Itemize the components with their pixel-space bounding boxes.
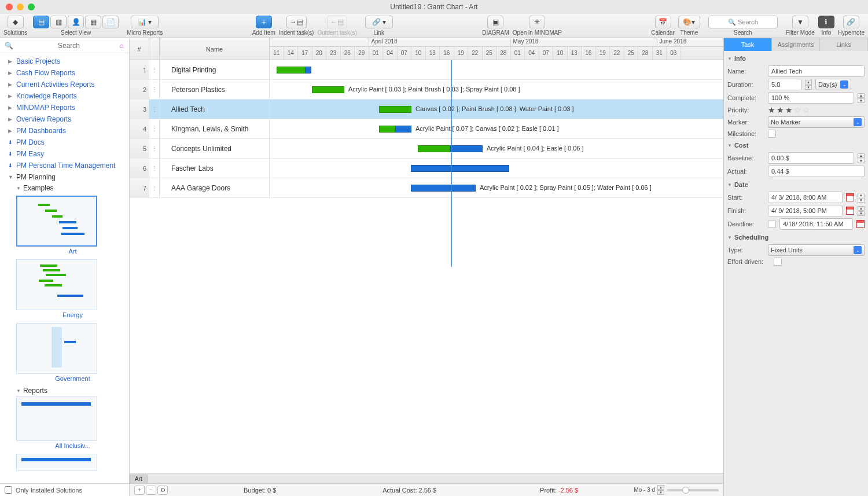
diagram-button[interactable]: ▣ [487, 16, 503, 28]
zoom-icon[interactable] [28, 3, 35, 10]
thumb-energy[interactable] [16, 259, 97, 310]
open-mindmap-button[interactable]: ✳ [529, 16, 545, 28]
start-field[interactable]: 4/ 3/ 2018, 8:00 AM [768, 192, 843, 203]
star-icon[interactable]: ☆ [794, 105, 801, 115]
thumb-government[interactable] [16, 323, 97, 374]
star-icon[interactable]: ★ [777, 105, 784, 115]
gantt-row[interactable]: 5⋮Concepts UnlimitedAcrylic Paint [ 0.04… [130, 139, 723, 159]
indent-button[interactable]: →▤ [286, 16, 307, 28]
name-field[interactable]: Allied Tech [768, 65, 865, 77]
priority-stars[interactable]: ★★★☆☆ [768, 105, 810, 115]
gantt-bar[interactable] [379, 126, 395, 133]
view-5-button[interactable]: 📄 [102, 16, 119, 28]
tab-links[interactable]: Links [820, 38, 868, 51]
row-name[interactable]: Allied Tech [160, 100, 270, 119]
gantt-row[interactable]: 6⋮Fascher Labs [130, 159, 723, 178]
deadline-checkbox[interactable] [768, 220, 776, 228]
sidebar-item-cash-flow[interactable]: ▶Cash Flow Reports [0, 67, 129, 79]
sidebar-item-knowledge[interactable]: ▶Knowledge Reports [0, 90, 129, 102]
row-name[interactable]: Concepts Unlimited [160, 139, 270, 158]
marker-select[interactable]: No Marker⌄ [768, 116, 865, 128]
remove-row-button[interactable]: − [146, 486, 156, 495]
gantt-row[interactable]: 2⋮Peterson PlasticsAcrylic Paint [ 0.03 … [130, 80, 723, 100]
row-handle[interactable]: ⋮ [149, 119, 160, 138]
row-name[interactable]: Fascher Labs [160, 159, 270, 178]
row-name[interactable]: AAA Garage Doors [160, 178, 270, 197]
theme-button[interactable]: 🎨▾ [678, 16, 700, 28]
complete-stepper[interactable]: ▲▼ [858, 93, 865, 103]
thumb-extra[interactable] [16, 454, 97, 471]
home-icon[interactable]: ⌂ [116, 41, 127, 51]
link-button[interactable]: 🔗 ▾ [365, 16, 393, 28]
add-item-button[interactable]: ＋ [256, 16, 272, 28]
baseline-field[interactable]: 0.00 $ [768, 152, 854, 164]
star-icon[interactable]: ☆ [803, 105, 810, 115]
toolbar-search[interactable]: 🔍 Search [708, 16, 778, 28]
settings-button[interactable]: ⚙ [157, 486, 168, 495]
row-name[interactable]: Kingman, Lewis, & Smith [160, 119, 270, 138]
deadline-field[interactable]: 4/18/ 2018, 11:50 AM [779, 218, 853, 230]
complete-field[interactable]: 100 % [768, 92, 854, 104]
bottom-tab-art[interactable]: Art [130, 475, 148, 483]
gantt-bar[interactable]: Acrylic Paint [ 0.02 ]; Spray Paint [ 0.… [411, 185, 476, 192]
duration-field[interactable]: 5.0 [768, 79, 801, 90]
zoom-control[interactable]: Mo - 3 d ▲▼ [634, 485, 719, 495]
gantt-bar[interactable]: Acrylic Paint [ 0.03 ]; Paint Brush [ 0.… [312, 86, 344, 93]
tab-task[interactable]: Task [724, 38, 772, 51]
duration-unit-select[interactable]: Day(s)⌄ [815, 79, 851, 90]
finish-stepper[interactable]: ▲▼ [858, 206, 865, 216]
sidebar-search-input[interactable] [13, 42, 124, 50]
row-handle[interactable]: ⋮ [149, 80, 160, 99]
info-button[interactable]: ℹ [818, 16, 834, 28]
row-handle[interactable]: ⋮ [149, 60, 160, 79]
actual-field[interactable]: 0.44 $ [768, 166, 865, 177]
hypernote-button[interactable]: 🔗 [843, 16, 859, 28]
star-icon[interactable]: ★ [785, 105, 793, 115]
baseline-stepper[interactable]: ▲▼ [858, 153, 865, 163]
gantt-bar[interactable]: Acrylic Paint [ 0.04 ]; Easle [ 0.06 ] [450, 145, 483, 152]
view-gantt-button[interactable]: ▤ [33, 16, 49, 28]
milestone-checkbox[interactable] [768, 130, 776, 138]
sidebar-item-overview[interactable]: ▶Overview Reports [0, 113, 129, 125]
filter-mode-button[interactable]: ▼ [792, 16, 808, 28]
row-handle[interactable]: ⋮ [149, 139, 160, 158]
gantt-bar[interactable] [411, 165, 509, 172]
calendar-button[interactable]: 📅 [655, 16, 671, 28]
view-3-button[interactable]: 👤 [68, 16, 84, 28]
calendar-icon[interactable] [846, 193, 854, 201]
row-name[interactable]: Peterson Plastics [160, 80, 270, 99]
view-4-button[interactable]: ▦ [85, 16, 101, 28]
row-handle[interactable]: ⋮ [149, 100, 160, 119]
micro-reports-button[interactable]: 📊 ▾ [131, 16, 159, 28]
sidebar-item-pm-personal[interactable]: ⬇PM Personal Time Management [0, 160, 129, 171]
only-installed-checkbox[interactable] [5, 486, 12, 494]
thumb-art[interactable] [16, 196, 97, 247]
gantt-row[interactable]: 1⋮Digital Printing [130, 60, 723, 80]
sidebar-item-pm-easy[interactable]: ⬇PM Easy [0, 148, 129, 160]
duration-stepper[interactable]: ▲▼ [805, 80, 812, 90]
start-stepper[interactable]: ▲▼ [858, 193, 865, 203]
sidebar-sub-examples[interactable]: ▼Examples [0, 184, 129, 192]
sidebar-item-pm-docs[interactable]: ⬇PM Docs [0, 137, 129, 148]
type-select[interactable]: Fixed Units⌄ [768, 244, 865, 256]
sidebar-sub-reports[interactable]: ▼Reports [16, 387, 129, 395]
thumb-all-inclusiv[interactable] [16, 396, 97, 441]
gantt-bar[interactable]: Acrylic Paint [ 0.07 ]; Canvas [ 0.02 ];… [395, 126, 411, 133]
outdent-button[interactable]: ←▤ [327, 16, 347, 28]
sidebar-search[interactable]: 🔍 ⌂ [0, 38, 129, 53]
finish-field[interactable]: 4/ 9/ 2018, 5:00 PM [768, 205, 843, 216]
gantt-bar[interactable]: Canvas [ 0.02 ]; Paint Brush [ 0.08 ]; W… [379, 106, 411, 113]
row-name[interactable]: Digital Printing [160, 60, 270, 79]
sidebar-item-mindmap[interactable]: ▶MINDMAP Reports [0, 102, 129, 113]
tab-assignments[interactable]: Assignments [772, 38, 820, 51]
star-icon[interactable]: ★ [768, 105, 775, 115]
gantt-row[interactable]: 3⋮Allied TechCanvas [ 0.02 ]; Paint Brus… [130, 100, 723, 119]
view-2-button[interactable]: ▥ [50, 16, 67, 28]
row-handle[interactable]: ⋮ [149, 159, 160, 178]
sidebar-item-pm-planning[interactable]: ▼PM Planning [0, 171, 129, 183]
calendar-icon[interactable] [856, 220, 865, 228]
gantt-bar[interactable] [418, 145, 450, 152]
calendar-icon[interactable] [846, 207, 854, 215]
effort-checkbox[interactable] [774, 258, 782, 266]
gantt-row[interactable]: 4⋮Kingman, Lewis, & SmithAcrylic Paint [… [130, 119, 723, 139]
